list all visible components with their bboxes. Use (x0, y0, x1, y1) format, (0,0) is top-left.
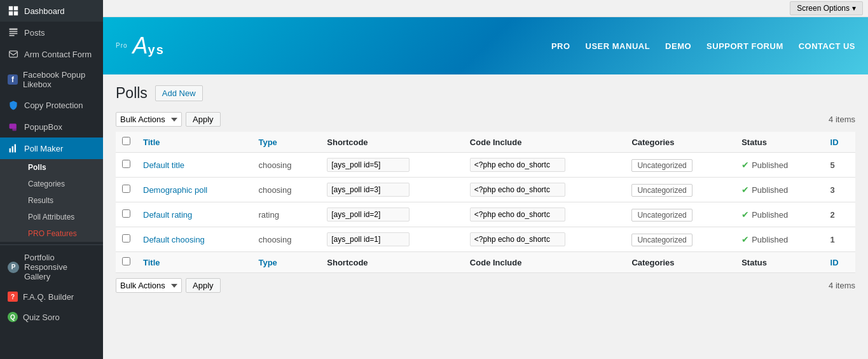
logo-ys-text: ys (148, 42, 165, 57)
row-checkbox-cell (116, 153, 137, 178)
bulk-actions-select-top[interactable]: Bulk Actions (116, 112, 182, 127)
row-title-cell: Default title (137, 153, 252, 178)
submenu-item-categories[interactable]: Categories (23, 176, 103, 192)
svg-rect-12 (12, 146, 13, 153)
tf-shortcode: Shortcode (320, 252, 464, 273)
th-checkbox (116, 132, 137, 153)
sidebar: Dashboard Posts Arm Contact Form f Faceb… (0, 0, 103, 359)
toolbar-left-bottom: Bulk Actions Apply (116, 278, 221, 293)
row-checkbox[interactable] (122, 160, 130, 168)
table-footer-row: Title Type Shortcode Code Include Catego… (116, 252, 855, 273)
apply-button-top[interactable]: Apply (186, 112, 221, 127)
tf-title[interactable]: Title (137, 252, 252, 273)
th-id[interactable]: ID (824, 132, 855, 153)
sidebar-item-popupbox[interactable]: PopupBox (0, 116, 103, 137)
row-status-cell: ✔ Published (735, 227, 823, 252)
top-banner: Pro A ys PRO USER MANUAL DEMO SUPPORT FO… (103, 17, 868, 74)
table-row: Default choosing choosing Uncategorized … (116, 227, 855, 252)
code-include-input[interactable] (470, 183, 565, 197)
bulk-actions-select-bottom[interactable]: Bulk Actions (116, 278, 182, 293)
sidebar-item-dashboard[interactable]: Dashboard (0, 0, 103, 22)
sidebar-item-quiz-soro[interactable]: Q Quiz Soro (0, 307, 103, 327)
row-type-cell: choosing (252, 178, 320, 202)
row-title-cell: Default choosing (137, 227, 252, 252)
select-all-checkbox[interactable] (122, 137, 130, 145)
banner-nav-pro[interactable]: PRO (551, 41, 570, 51)
poll-title-link[interactable]: Default rating (143, 210, 192, 220)
svg-rect-1 (14, 6, 18, 10)
top-toolbar: Bulk Actions Apply 4 items (116, 112, 855, 127)
content-area: Polls Add New Bulk Actions Apply 4 items… (103, 74, 868, 359)
sidebar-item-poll-maker[interactable]: Poll Maker (0, 137, 103, 159)
sidebar-item-arm-contact-form[interactable]: Arm Contact Form (0, 43, 103, 65)
category-badge: Uncategorized (631, 209, 692, 222)
poll-title-link[interactable]: Default title (143, 160, 184, 170)
banner-nav: PRO USER MANUAL DEMO SUPPORT FORUM CONTA… (551, 41, 855, 51)
sidebar-item-facebook-popup[interactable]: f Facebook Popup Likebox (0, 65, 103, 94)
apply-button-bottom[interactable]: Apply (186, 278, 221, 293)
shortcode-input[interactable] (327, 208, 410, 222)
logo-pro-text: Pro (116, 43, 128, 49)
tf-type[interactable]: Type (252, 252, 320, 273)
submenu-item-polls[interactable]: Polls (23, 159, 103, 176)
status-published: ✔ Published (741, 185, 817, 195)
svg-rect-4 (10, 29, 18, 30)
row-type-cell: choosing (252, 227, 320, 252)
row-status-cell: ✔ Published (735, 153, 823, 178)
sidebar-item-label: Facebook Popup Likebox (23, 70, 95, 89)
submenu-item-pro-features[interactable]: PRO Features (23, 225, 103, 242)
code-include-input[interactable] (470, 208, 565, 222)
sidebar-item-portfolio[interactable]: P Portfolio Responsive Gallery (0, 248, 103, 286)
banner-nav-contact-us[interactable]: CONTACT US (799, 41, 855, 51)
row-title-cell: Demographic poll (137, 178, 252, 202)
code-include-input[interactable] (470, 158, 565, 172)
banner-nav-demo[interactable]: DEMO (665, 41, 691, 51)
poll-title-link[interactable]: Demographic poll (143, 185, 207, 195)
row-code-include-cell (464, 153, 626, 178)
shortcode-input[interactable] (327, 183, 410, 197)
select-all-checkbox-bottom[interactable] (122, 257, 130, 265)
th-title[interactable]: Title (137, 132, 252, 153)
code-include-input[interactable] (470, 232, 565, 246)
category-badge: Uncategorized (631, 159, 692, 172)
poll-title-link[interactable]: Default choosing (143, 235, 205, 244)
sidebar-item-label: F.A.Q. Builder (23, 292, 74, 302)
banner-nav-support-forum[interactable]: SUPPORT FORUM (706, 41, 783, 51)
svg-rect-13 (15, 144, 16, 153)
sidebar-item-faq-builder[interactable]: ? F.A.Q. Builder (0, 286, 103, 307)
dashboard-icon (8, 5, 19, 17)
row-checkbox-cell (116, 202, 137, 227)
svg-rect-5 (10, 31, 18, 32)
table-header-row: Title Type Shortcode Code Include Catego… (116, 132, 855, 153)
category-badge: Uncategorized (631, 234, 692, 246)
table-row: Default title choosing Uncategorized ✔ P… (116, 153, 855, 178)
row-category-cell: Uncategorized (625, 202, 735, 227)
tf-id[interactable]: ID (824, 252, 855, 273)
row-checkbox[interactable] (122, 209, 130, 218)
category-badge: Uncategorized (631, 184, 692, 197)
row-checkbox[interactable] (122, 185, 130, 193)
row-category-cell: Uncategorized (625, 227, 735, 252)
screen-options-button[interactable]: Screen Options ▾ (790, 1, 863, 15)
row-id-cell: 2 (824, 202, 855, 227)
row-checkbox-cell (116, 178, 137, 202)
sidebar-item-label: PopupBox (24, 122, 62, 132)
row-checkbox[interactable] (122, 234, 130, 243)
sidebar-item-posts[interactable]: Posts (0, 22, 103, 43)
shortcode-input[interactable] (327, 232, 410, 246)
th-type[interactable]: Type (252, 132, 320, 153)
row-status-cell: ✔ Published (735, 178, 823, 202)
svg-rect-7 (10, 35, 15, 36)
submenu-item-results[interactable]: Results (23, 192, 103, 209)
sidebar-item-copy-protection[interactable]: Copy Protection (0, 94, 103, 116)
banner-nav-user-manual[interactable]: USER MANUAL (586, 41, 651, 51)
sidebar-divider (0, 244, 103, 245)
svg-rect-8 (10, 51, 18, 57)
shortcode-input[interactable] (327, 158, 410, 172)
submenu-item-poll-attributes[interactable]: Poll Attributes (23, 209, 103, 225)
contact-icon (8, 48, 19, 60)
add-new-button[interactable]: Add New (155, 85, 203, 101)
sidebar-item-label: Portfolio Responsive Gallery (24, 253, 95, 281)
gallery-icon: P (8, 262, 19, 273)
tf-status: Status (735, 252, 823, 273)
